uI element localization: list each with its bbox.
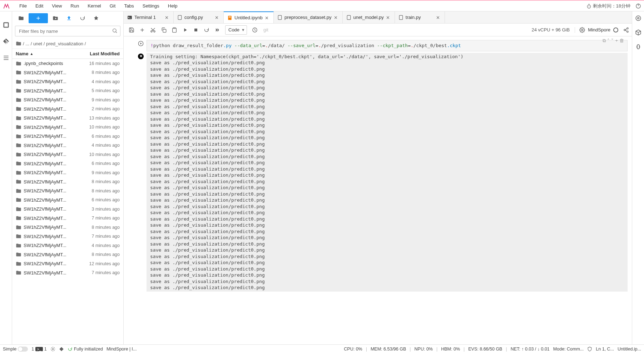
file-row[interactable]: SW1hZ2VfMjAyMT...5 minutes ago [12, 86, 123, 96]
close-icon[interactable]: ✕ [215, 15, 220, 20]
file-row[interactable]: SW1hZ2VfMjAyMT...6 minutes ago [12, 159, 123, 168]
cursor-position[interactable]: Ln 1, C... [596, 347, 614, 352]
cell-type-select[interactable]: Code [225, 25, 247, 35]
file-row[interactable]: SW1hZ2VfMjAyMT...9 minutes ago [12, 95, 123, 105]
move-down-icon[interactable]: ˅ [611, 38, 614, 44]
new-folder-button[interactable] [49, 13, 61, 23]
toc-icon[interactable] [3, 54, 10, 61]
git-clone-button[interactable] [90, 13, 102, 23]
file-row[interactable]: SW1hZ2VfMjAyMT...6 minutes ago [12, 196, 123, 205]
file-modified: 7 minutes ago [73, 270, 120, 275]
file-row[interactable]: .ipynb_checkpoints16 minutes ago [12, 59, 123, 68]
simple-mode-toggle[interactable]: Simple [3, 347, 28, 352]
share-icon[interactable] [623, 27, 629, 33]
property-inspector-icon[interactable] [635, 15, 641, 21]
file-row[interactable]: SW1hZ2VfMjAyMT...12 minutes ago [12, 259, 123, 268]
file-row[interactable]: SW1hZ2VfMjAyMT...7 minutes ago [12, 214, 123, 223]
current-file[interactable]: Untitled.ip... [618, 347, 641, 352]
file-row[interactable]: SW1hZ2VfMjAyMT...3 minutes ago [12, 205, 123, 214]
tab-train-py[interactable]: train.py✕ [395, 11, 445, 23]
tab-untitled-ipynb[interactable]: Untitled.ipynb✕ [224, 11, 274, 23]
close-icon[interactable]: ✕ [265, 15, 270, 20]
file-row[interactable]: SW1hZ2VfMjAyMT...8 minutes ago [12, 177, 123, 187]
menu-tabs[interactable]: Tabs [120, 2, 138, 10]
delete-cell-icon[interactable]: 🗑 [619, 38, 624, 44]
new-launcher-button[interactable] [29, 13, 48, 23]
folder-open-button[interactable] [15, 13, 27, 23]
menu-help[interactable]: Help [164, 2, 182, 10]
file-row[interactable]: SW1hZ2VfMjAyMT...8 minutes ago [12, 68, 123, 77]
folder-icon [16, 225, 21, 230]
modified-column-header[interactable]: Last Modified [73, 51, 120, 56]
name-column-header[interactable]: Name ▲ [16, 51, 73, 56]
file-row[interactable]: SW1hZ2VfMjAyMT...13 minutes ago [12, 114, 123, 123]
file-row[interactable]: SW1hZ2VfMjAyMT...4 minutes ago [12, 77, 123, 86]
gear-icon[interactable] [579, 27, 585, 33]
add-below-icon[interactable]: + [615, 38, 618, 44]
file-row[interactable]: SW1hZ2VfMjAyMT...7 minutes ago [12, 232, 123, 241]
clock-icon[interactable] [250, 25, 260, 35]
menu-edit[interactable]: Edit [31, 2, 48, 10]
restart-run-all-button[interactable] [212, 25, 222, 35]
file-row[interactable]: SW1hZ2VfMjAyMT...2 minutes ago [12, 105, 123, 114]
save-button[interactable] [127, 25, 137, 35]
move-up-icon[interactable]: ˄ [607, 38, 610, 44]
menu-settings[interactable]: Settings [138, 2, 164, 10]
tab-preprocess_dataset-py[interactable]: preprocess_dataset.py✕ [274, 11, 343, 23]
menu-run[interactable]: Run [66, 2, 83, 10]
git-icon[interactable] [3, 38, 10, 45]
file-row[interactable]: SW1hZ2VfMjAyMT...8 minutes ago [12, 223, 123, 232]
terminals-count[interactable]: 1>_1 [31, 347, 46, 352]
code-cell[interactable]: !python draw_result_folder.py --data_url… [124, 40, 628, 51]
kernel-name[interactable]: MindSpore [588, 27, 610, 32]
run-button[interactable] [180, 25, 190, 35]
menu-kernel[interactable]: Kernel [83, 2, 105, 10]
menu-git[interactable]: Git [105, 2, 120, 10]
tab-config-py[interactable]: config.py✕ [174, 11, 224, 23]
file-row[interactable]: SW1hZ2VfMjAyMT...4 minutes ago [12, 241, 123, 250]
power-button[interactable] [635, 3, 641, 9]
refresh-button[interactable] [76, 13, 89, 23]
upload-button[interactable] [63, 13, 75, 23]
insert-cell-button[interactable] [137, 25, 147, 35]
settings-status-icon[interactable] [50, 347, 55, 352]
file-row[interactable]: SW1hZ2VfMjAyMT...8 minutes ago [12, 250, 123, 259]
notebook-area[interactable]: ⧉ ˄ ˅ + 🗑 !python draw_result_folder.py … [124, 36, 632, 344]
svg-point-14 [154, 31, 155, 32]
debug-icon[interactable] [635, 44, 641, 50]
running-terminals-icon[interactable] [3, 21, 10, 29]
close-icon[interactable]: ✕ [334, 15, 339, 20]
mode-status[interactable]: Mode: Comm... [553, 347, 584, 352]
close-icon[interactable]: ✕ [386, 15, 391, 20]
menu-view[interactable]: View [48, 2, 66, 10]
copy-button[interactable] [159, 25, 169, 35]
restart-button[interactable] [202, 25, 212, 35]
file-row[interactable]: SW1hZ2VfMjAyMT...8 minutes ago [12, 186, 123, 196]
file-list[interactable]: .ipynb_checkpoints16 minutes agoSW1hZ2Vf… [12, 59, 123, 344]
file-modified: 7 minutes ago [73, 216, 120, 221]
git-status-icon[interactable] [59, 347, 64, 352]
file-row[interactable]: SW1hZ2VfMjAyMT...6 minutes ago [12, 132, 123, 141]
tab-terminal-1[interactable]: Terminal 1✕ [124, 11, 174, 23]
tab-unet_model-py[interactable]: unet_model.py✕ [343, 11, 395, 23]
filter-files-input[interactable] [15, 26, 120, 36]
stop-button[interactable] [191, 25, 201, 35]
duplicate-cell-icon[interactable]: ⧉ [603, 38, 606, 44]
cut-button[interactable] [148, 25, 158, 35]
close-icon[interactable]: ✕ [165, 15, 170, 20]
file-row[interactable]: SW1hZ2VfMjAyMT...9 minutes ago [12, 168, 123, 177]
file-row[interactable]: SW1hZ2VfMjAyMT...4 minutes ago [12, 141, 123, 150]
code-content[interactable]: !python draw_result_folder.py --data_url… [147, 40, 628, 51]
breadcrumb[interactable]: / ... / unet / pred_visualization / [12, 39, 123, 49]
menu-file[interactable]: File [15, 2, 31, 10]
svg-point-13 [151, 31, 152, 32]
run-cell-icon[interactable] [138, 41, 144, 46]
shield-icon[interactable] [587, 347, 592, 352]
paste-button[interactable] [169, 25, 179, 35]
close-icon[interactable]: ✕ [436, 15, 441, 20]
file-row[interactable]: SW1hZ2VfMjAyMT...10 minutes ago [12, 123, 123, 132]
file-row[interactable]: SW1hZ2VfMjAyMT...10 minutes ago [12, 150, 123, 159]
file-row[interactable]: SW1hZ2VfMjAyMT...7 minutes ago [12, 268, 123, 278]
kernel-status-text[interactable]: MindSpore | I... [106, 347, 137, 352]
cube-icon[interactable] [635, 29, 641, 36]
